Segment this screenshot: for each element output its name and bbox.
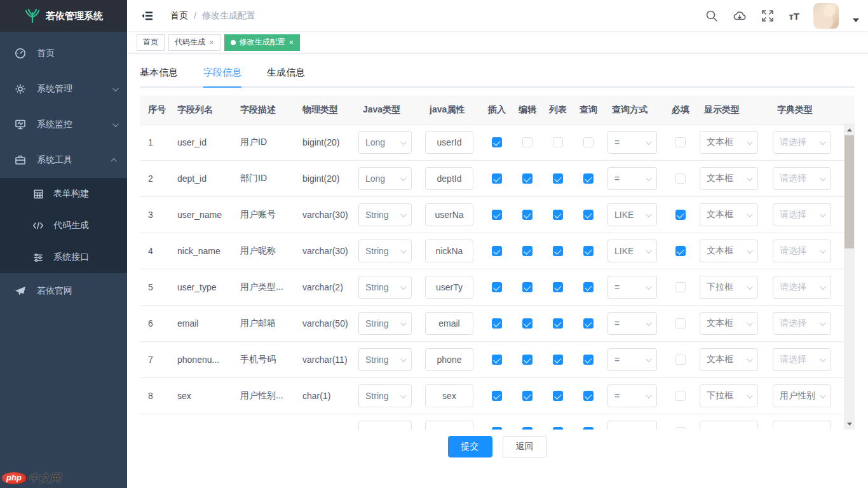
tag-edit-gen-config[interactable]: 修改生成配置 ×: [224, 34, 301, 51]
input-java-field[interactable]: deptId: [425, 167, 473, 190]
checkbox-list[interactable]: [553, 210, 563, 220]
select-dict[interactable]: 用户性别: [773, 384, 831, 407]
checkbox-list[interactable]: [553, 173, 563, 184]
checkbox-edit[interactable]: [522, 246, 532, 256]
select-jtype[interactable]: String: [358, 348, 412, 371]
checkbox-edit[interactable]: [522, 210, 532, 220]
checkbox-required[interactable]: [675, 355, 686, 365]
select-qtype[interactable]: =: [607, 131, 657, 154]
checkbox-edit[interactable]: [522, 318, 532, 329]
table-scrollbar[interactable]: [844, 125, 855, 430]
select-qtype[interactable]: =: [607, 312, 657, 335]
input-java-field[interactable]: userId: [425, 131, 473, 154]
checkbox-query[interactable]: [583, 173, 593, 184]
checkbox-insert[interactable]: [492, 246, 502, 256]
checkbox-query[interactable]: [583, 318, 593, 329]
checkbox-edit[interactable]: [522, 173, 532, 184]
select-qtype[interactable]: =: [607, 384, 657, 407]
checkbox-list[interactable]: [553, 282, 563, 292]
select-dict[interactable]: 请选择: [773, 276, 831, 299]
scrollbar-up-arrow[interactable]: [844, 125, 855, 135]
tag-close-icon[interactable]: ×: [289, 38, 294, 46]
select-dict[interactable]: 请选择: [773, 203, 831, 226]
avatar-caret-icon[interactable]: [853, 18, 859, 22]
checkbox-list[interactable]: [553, 355, 563, 365]
sidebar-item-form-builder[interactable]: 表单构建: [0, 178, 127, 210]
checkbox-query[interactable]: [583, 282, 593, 292]
select-dtype[interactable]: 下拉框: [700, 276, 758, 299]
select-dtype[interactable]: 文本框: [700, 203, 758, 226]
select-dtype[interactable]: 文本框: [700, 167, 758, 190]
select-qtype[interactable]: LIKE: [607, 203, 657, 226]
select-dtype[interactable]: 文本框: [700, 240, 758, 262]
scrollbar-down-arrow[interactable]: [844, 419, 855, 430]
select-dict[interactable]: 请选择: [773, 312, 831, 335]
select-qtype[interactable]: LIKE: [607, 240, 657, 262]
select-jtype[interactable]: String: [358, 312, 412, 335]
sidebar-item-code-generate[interactable]: 代码生成: [0, 210, 127, 241]
select-qtype[interactable]: =: [607, 348, 657, 371]
avatar[interactable]: [813, 3, 839, 29]
checkbox-edit[interactable]: [522, 137, 532, 147]
checkbox-edit[interactable]: [522, 282, 532, 292]
checkbox-insert[interactable]: [492, 210, 502, 220]
select-dtype[interactable]: 文本框: [700, 348, 758, 371]
select-dtype[interactable]: 文本框: [700, 312, 758, 335]
scrollbar-thumb[interactable]: [844, 135, 854, 248]
select-qtype[interactable]: [607, 421, 657, 430]
checkbox-list[interactable]: [553, 391, 563, 401]
select-dict[interactable]: 请选择: [773, 131, 831, 154]
checkbox-edit[interactable]: [522, 355, 532, 365]
checkbox-insert[interactable]: [492, 282, 502, 292]
checkbox-query[interactable]: [583, 391, 593, 401]
select-jtype[interactable]: Long: [358, 167, 412, 190]
checkbox-query[interactable]: [583, 210, 593, 220]
checkbox-edit[interactable]: [522, 427, 532, 430]
select-dtype[interactable]: [700, 421, 758, 430]
tag-code-generate[interactable]: 代码生成 ×: [168, 34, 220, 51]
tag-home[interactable]: 首页: [137, 34, 165, 51]
checkbox-required[interactable]: [675, 282, 686, 292]
checkbox-required[interactable]: [675, 318, 686, 329]
select-jtype[interactable]: Long: [358, 131, 412, 154]
select-dict[interactable]: [773, 421, 831, 430]
checkbox-required[interactable]: [675, 246, 686, 256]
checkbox-insert[interactable]: [492, 427, 502, 430]
tab-basic-info[interactable]: 基本信息: [140, 67, 178, 88]
checkbox-insert[interactable]: [492, 173, 502, 184]
checkbox-insert[interactable]: [492, 355, 502, 365]
sidebar-item-home[interactable]: 首页: [0, 36, 127, 71]
select-dict[interactable]: 请选择: [773, 240, 831, 262]
search-icon[interactable]: [705, 9, 719, 23]
select-dtype[interactable]: 下拉框: [700, 384, 758, 407]
fullscreen-icon[interactable]: [761, 9, 775, 23]
checkbox-required[interactable]: [675, 210, 686, 220]
sidebar-item-system-monitor[interactable]: 系统监控: [0, 107, 127, 142]
checkbox-insert[interactable]: [492, 137, 502, 147]
breadcrumb-home[interactable]: 首页: [170, 10, 188, 22]
select-jtype[interactable]: String: [358, 276, 412, 299]
sidebar-item-official-site[interactable]: 若依官网: [0, 273, 127, 309]
select-jtype[interactable]: [358, 421, 412, 430]
select-jtype[interactable]: String: [358, 240, 412, 262]
back-button[interactable]: 返回: [503, 436, 547, 458]
select-dict[interactable]: 请选择: [773, 167, 831, 190]
select-dict[interactable]: 请选择: [773, 348, 831, 371]
sidebar-item-system-tools[interactable]: 系统工具: [0, 142, 127, 178]
checkbox-required[interactable]: [675, 427, 686, 430]
checkbox-insert[interactable]: [492, 318, 502, 329]
input-java-field[interactable]: phone: [425, 348, 473, 371]
submit-button[interactable]: 提交: [448, 436, 492, 458]
sidebar-item-system-api[interactable]: 系统接口: [0, 241, 127, 273]
checkbox-list[interactable]: [553, 137, 563, 147]
checkbox-list[interactable]: [553, 246, 563, 256]
checkbox-query[interactable]: [583, 355, 593, 365]
select-qtype[interactable]: =: [607, 167, 657, 190]
checkbox-query[interactable]: [583, 137, 593, 147]
checkbox-required[interactable]: [675, 137, 686, 147]
checkbox-required[interactable]: [675, 173, 686, 184]
select-jtype[interactable]: String: [358, 384, 412, 407]
tab-field-info[interactable]: 字段信息: [203, 67, 241, 88]
checkbox-query[interactable]: [583, 246, 593, 256]
checkbox-list[interactable]: [553, 427, 563, 430]
